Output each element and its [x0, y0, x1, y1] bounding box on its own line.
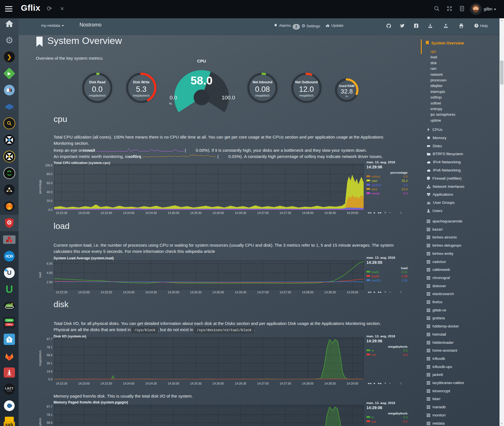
pan-forward-button[interactable]: ▸▸: [378, 290, 382, 294]
upload-icon[interactable]: [443, 23, 450, 28]
nav-subitem-interrupts[interactable]: interrupts: [430, 90, 445, 94]
nav-app-calibreweb[interactable]: calibreweb: [427, 267, 450, 272]
nav-app-netdata[interactable]: netdata: [427, 421, 445, 425]
nav-app-grafana[interactable]: grafana: [427, 316, 445, 320]
nav-subitem-ipc-semaphores[interactable]: ipc semaphores: [430, 113, 455, 117]
zoom-out-button[interactable]: −: [389, 211, 391, 215]
github-icon[interactable]: [386, 23, 393, 28]
load-chart[interactable]: System Load Average (system.load)load6.0…: [37, 254, 413, 299]
sidebar-item-shield-app[interactable]: [0, 215, 19, 231]
hamburger-menu-icon[interactable]: [5, 6, 12, 12]
sidebar-item-cubes-app[interactable]: [0, 231, 19, 248]
nav-app-apacheguacamole[interactable]: apacheguacamole: [427, 219, 462, 223]
legend-entry-system[interactable]: system2.3: [366, 183, 408, 187]
legend-entry-in[interactable]: in0.0: [366, 416, 408, 419]
nav-section-disks[interactable]: Disks: [427, 144, 442, 148]
nav-subitem-uptime[interactable]: uptime: [430, 119, 441, 122]
gauge-net-inbound[interactable]: Net Inbound0.08megabits/s: [245, 70, 280, 105]
gauge-used-ram[interactable]: Used RAM32.8%: [333, 77, 360, 104]
sidebar-item-home-assistant[interactable]: [0, 331, 19, 347]
nav-app-home-assistant[interactable]: home-assistant: [427, 348, 457, 353]
chart-plot-area[interactable]: [54, 260, 364, 289]
nav-app-gitlab-ce[interactable]: gitlab-ce: [427, 308, 446, 312]
sidebar-item-gitlab[interactable]: [0, 348, 19, 364]
nav-app-binhex-emby[interactable]: binhex-emby: [427, 251, 453, 256]
zoom-in-button[interactable]: +: [384, 381, 386, 385]
sidebar-item-recycle-app[interactable]: [0, 165, 19, 181]
avatar[interactable]: [470, 3, 481, 15]
sidebar-item-nextcloud[interactable]: [0, 248, 19, 264]
pan-backward-button[interactable]: ◂◂: [368, 211, 372, 215]
alarms-button[interactable]: Alarms2: [274, 23, 300, 30]
gauge-cpu[interactable]: CPU58.00.0100.0%: [168, 64, 235, 113]
play-button[interactable]: ▸: [374, 381, 376, 385]
sidebar-item-x-app-blue[interactable]: [0, 132, 19, 148]
twitter-icon[interactable]: [400, 23, 406, 28]
sidebar-item-lazylibrarian[interactable]: LAZYlibrarian: [0, 381, 19, 397]
fullscreen-expand-icon[interactable]: [447, 6, 452, 13]
print-icon[interactable]: [459, 23, 465, 28]
nav-app-lidarr[interactable]: lidarr: [427, 397, 441, 401]
chart-resize-handle[interactable]: ↕: [400, 381, 402, 385]
nav-subitem-load[interactable]: load: [430, 55, 437, 59]
zoom-out-button[interactable]: −: [389, 290, 391, 294]
gauge-disk-read[interactable]: Disk Read0.0megabytes/s: [80, 70, 115, 105]
nav-app-binhex-airsonic[interactable]: binhex-airsonic: [427, 235, 457, 239]
update-button[interactable]: Update: [325, 23, 344, 28]
nav-app-jackett[interactable]: jackett: [427, 373, 443, 377]
legend-entry-iowait[interactable]: iowait0.0: [366, 192, 408, 195]
nav-subitem-idlejitter[interactable]: idlejitter: [430, 84, 443, 88]
zoom-out-button[interactable]: −: [389, 381, 391, 385]
nav-subitem-ram[interactable]: ram: [430, 67, 437, 71]
sidebar-item-unifi[interactable]: U: [0, 265, 19, 281]
nav-app-letsencrypt[interactable]: letsencrypt: [427, 389, 450, 393]
cpu-chart[interactable]: Total CPU utilization (system.cpu)percen…: [37, 158, 413, 221]
nav-section-ipv6-networking[interactable]: IPv6 Networking: [427, 168, 461, 172]
nav-app-monitorr[interactable]: monitorr: [427, 413, 446, 417]
settings-button[interactable]: ⚙ Settings: [302, 23, 320, 28]
nav-app-bazarr[interactable]: bazarr: [427, 227, 443, 231]
nav-section-memory[interactable]: Memory: [427, 136, 446, 140]
nav-title-system-overview[interactable]: System Overview: [426, 41, 464, 45]
sidebar-item-airsonic[interactable]: [0, 99, 19, 115]
nav-app-hddtemp-docker[interactable]: hddtemp-docker: [427, 324, 459, 328]
user-menu[interactable]: gilbn: [484, 7, 496, 11]
search-icon[interactable]: [434, 6, 439, 13]
nav-subitem-cpu[interactable]: cpu: [430, 50, 436, 53]
facebook-icon[interactable]: [414, 23, 420, 28]
sidebar-item-youtubedl[interactable]: [0, 364, 19, 381]
vertical-scrollbar[interactable]: ▲ ▼: [499, 18, 504, 426]
gauge-disk-write[interactable]: Disk Write5.3megabytes/s: [124, 70, 159, 105]
nav-subitem-network[interactable]: network: [430, 73, 443, 77]
disk-io-chart[interactable]: Disk I/O (system.io)megabytes/s97.778.15…: [37, 333, 413, 391]
nav-section-firewall-netfilter-[interactable]: Firewall (netfilter): [427, 176, 462, 180]
sidebar-item-nodes-app[interactable]: [0, 182, 19, 198]
sidebar-item-plex[interactable]: ❯: [0, 49, 19, 65]
legend-entry-load5[interactable]: load52.68: [366, 275, 408, 278]
pan-forward-button[interactable]: ▸▸: [378, 211, 382, 215]
nav-app-heimdall[interactable]: heimdall: [427, 332, 446, 336]
scrollbar-thumb[interactable]: [500, 61, 503, 84]
sidebar-item-settings-gear[interactable]: ⚙: [0, 32, 19, 48]
nav-section-network-interfaces[interactable]: Network Interfaces: [427, 184, 465, 189]
download-icon[interactable]: [428, 23, 434, 28]
sidebar-item-calibre-web[interactable]: [0, 82, 19, 98]
nav-section-user-groups[interactable]: User Groups: [427, 200, 455, 205]
nav-subitem-disk[interactable]: disk: [430, 61, 437, 65]
legend-entry-load15[interactable]: load152.06: [366, 279, 408, 282]
legend-entry-in[interactable]: in0.0: [366, 349, 408, 352]
sidebar-item-drop-app[interactable]: [0, 398, 19, 414]
chart-resize-handle[interactable]: ↕: [400, 211, 402, 215]
nav-subitem-softnet[interactable]: softnet: [430, 101, 441, 105]
sidebar-item-sabnzbd[interactable]: sab: [0, 414, 19, 426]
nav-app-influxdb-ups[interactable]: influxdb-ups: [427, 365, 452, 369]
refresh-icon[interactable]: ⟳: [47, 5, 52, 12]
sidebar-item-emby[interactable]: ▶: [0, 65, 19, 82]
chart-resize-handle[interactable]: ↕: [400, 290, 402, 294]
nav-subitem-softirqs[interactable]: softirqs: [430, 95, 442, 99]
legend-entry-out[interactable]: out-5.2: [366, 420, 408, 423]
scroll-up-icon[interactable]: ▲: [499, 18, 504, 23]
legend-entry-load1[interactable]: load16.51: [366, 270, 408, 274]
legend-entry-nice[interactable]: nice20.4: [366, 188, 408, 191]
help-button[interactable]: ?Help: [474, 23, 488, 28]
